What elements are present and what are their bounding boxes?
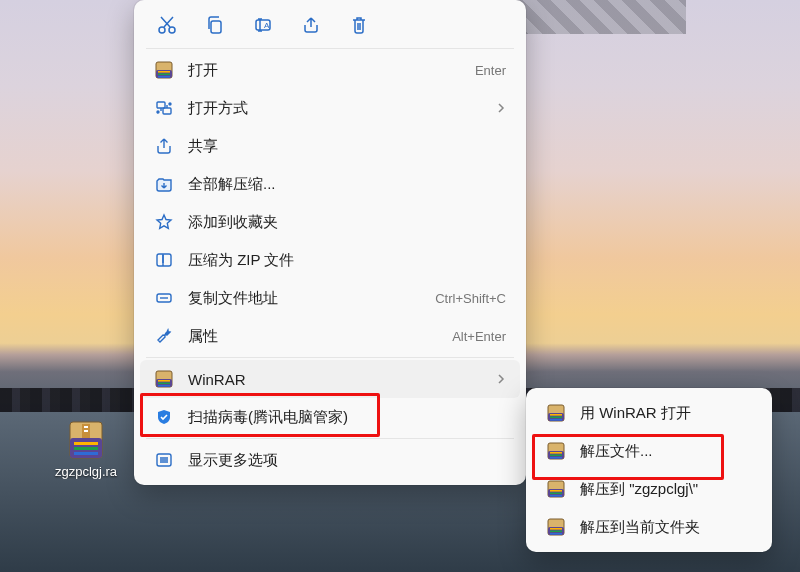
menu-item-shortcut: Alt+Enter xyxy=(452,329,506,344)
shield-icon xyxy=(154,407,174,427)
menu-item-open[interactable]: 打开 Enter xyxy=(140,51,520,89)
menu-item-label: WinRAR xyxy=(188,371,482,388)
submenu-item-label: 解压到当前文件夹 xyxy=(580,518,752,537)
menu-item-scan-virus[interactable]: 扫描病毒(腾讯电脑管家) xyxy=(140,398,520,436)
svg-rect-4 xyxy=(84,430,88,432)
svg-rect-49 xyxy=(550,533,562,535)
rar-icon xyxy=(154,60,174,80)
svg-rect-19 xyxy=(163,108,171,114)
svg-rect-48 xyxy=(550,531,562,533)
menu-item-copy-path[interactable]: 复制文件地址 Ctrl+Shift+C xyxy=(140,279,520,317)
svg-rect-47 xyxy=(550,528,562,530)
menu-item-label: 复制文件地址 xyxy=(188,289,421,308)
menu-item-label: 添加到收藏夹 xyxy=(188,213,506,232)
menu-item-shortcut: Ctrl+Shift+C xyxy=(435,291,506,306)
extract-all-icon xyxy=(154,174,174,194)
chevron-right-icon xyxy=(496,103,506,113)
menu-item-share[interactable]: 共享 xyxy=(140,127,520,165)
menu-item-label: 打开 xyxy=(188,61,461,80)
copy-path-icon xyxy=(154,288,174,308)
svg-point-20 xyxy=(157,111,159,113)
rar-icon xyxy=(546,479,566,499)
menu-item-shortcut: Enter xyxy=(475,63,506,78)
menu-item-favorite[interactable]: 添加到收藏夹 xyxy=(140,203,520,241)
submenu-item-extract-to[interactable]: 解压到 "zgzpclgj\" xyxy=(532,470,766,508)
share-outline-icon xyxy=(154,136,174,156)
submenu-item-label: 解压文件... xyxy=(580,442,752,461)
submenu-item-extract-files[interactable]: 解压文件... xyxy=(532,432,766,470)
context-menu: A 打开 Enter xyxy=(134,0,526,485)
menu-item-properties[interactable]: 属性 Alt+Enter xyxy=(140,317,520,355)
svg-rect-6 xyxy=(74,447,98,450)
cut-icon[interactable] xyxy=(156,14,178,36)
winrar-submenu: 用 WinRAR 打开 解压文件... 解压到 "zgzpclgj\" xyxy=(526,388,772,552)
svg-rect-27 xyxy=(158,383,170,385)
copy-icon[interactable] xyxy=(204,14,226,36)
svg-rect-34 xyxy=(550,419,562,421)
more-options-icon xyxy=(154,450,174,470)
delete-icon[interactable] xyxy=(348,14,370,36)
rar-icon xyxy=(546,441,566,461)
svg-rect-3 xyxy=(84,426,88,428)
svg-rect-39 xyxy=(550,457,562,459)
desktop-file-label: zgzpclgj.ra xyxy=(44,464,128,479)
menu-item-extract-all[interactable]: 全部解压缩... xyxy=(140,165,520,203)
svg-rect-43 xyxy=(550,493,562,495)
svg-rect-33 xyxy=(550,417,562,419)
submenu-item-extract-here[interactable]: 解压到当前文件夹 xyxy=(532,508,766,546)
menu-item-label: 压缩为 ZIP 文件 xyxy=(188,251,506,270)
menu-item-compress-zip[interactable]: 压缩为 ZIP 文件 xyxy=(140,241,520,279)
svg-rect-26 xyxy=(158,380,170,382)
menu-item-open-with[interactable]: 打开方式 xyxy=(140,89,520,127)
svg-rect-32 xyxy=(550,414,562,416)
submenu-item-open-winrar[interactable]: 用 WinRAR 打开 xyxy=(532,394,766,432)
open-with-icon xyxy=(154,98,174,118)
svg-rect-16 xyxy=(158,74,170,76)
menu-item-label: 显示更多选项 xyxy=(188,451,506,470)
desktop-file[interactable]: zgzpclgj.ra xyxy=(46,418,126,479)
menu-item-more-options[interactable]: 显示更多选项 xyxy=(140,441,520,479)
svg-rect-5 xyxy=(74,442,98,445)
svg-rect-17 xyxy=(158,76,170,78)
svg-rect-28 xyxy=(158,385,170,387)
svg-point-8 xyxy=(159,27,165,33)
separator xyxy=(146,438,514,439)
svg-rect-42 xyxy=(550,490,562,492)
rename-icon[interactable]: A xyxy=(252,14,274,36)
svg-point-9 xyxy=(169,27,175,33)
separator xyxy=(146,357,514,358)
svg-rect-37 xyxy=(550,452,562,454)
svg-point-21 xyxy=(169,103,171,105)
svg-rect-18 xyxy=(157,102,165,108)
svg-rect-44 xyxy=(550,495,562,497)
submenu-item-label: 解压到 "zgzpclgj\" xyxy=(580,480,752,499)
zip-icon xyxy=(154,250,174,270)
svg-rect-15 xyxy=(158,71,170,73)
menu-item-label: 共享 xyxy=(188,137,506,156)
menu-item-winrar[interactable]: WinRAR xyxy=(140,360,520,398)
svg-rect-10 xyxy=(211,21,221,33)
svg-rect-7 xyxy=(74,452,98,455)
context-menu-toolbar: A xyxy=(140,6,520,46)
separator xyxy=(146,48,514,49)
star-icon xyxy=(154,212,174,232)
rar-icon xyxy=(546,517,566,537)
menu-item-label: 属性 xyxy=(188,327,438,346)
share-icon[interactable] xyxy=(300,14,322,36)
chevron-right-icon xyxy=(496,374,506,384)
rar-icon xyxy=(546,403,566,423)
menu-item-label: 打开方式 xyxy=(188,99,482,118)
menu-item-label: 扫描病毒(腾讯电脑管家) xyxy=(188,408,506,427)
svg-text:A: A xyxy=(264,21,270,30)
svg-rect-38 xyxy=(550,455,562,457)
rar-icon xyxy=(154,369,174,389)
rar-file-icon xyxy=(64,418,108,462)
submenu-item-label: 用 WinRAR 打开 xyxy=(580,404,752,423)
wrench-icon xyxy=(154,326,174,346)
menu-item-label: 全部解压缩... xyxy=(188,175,506,194)
